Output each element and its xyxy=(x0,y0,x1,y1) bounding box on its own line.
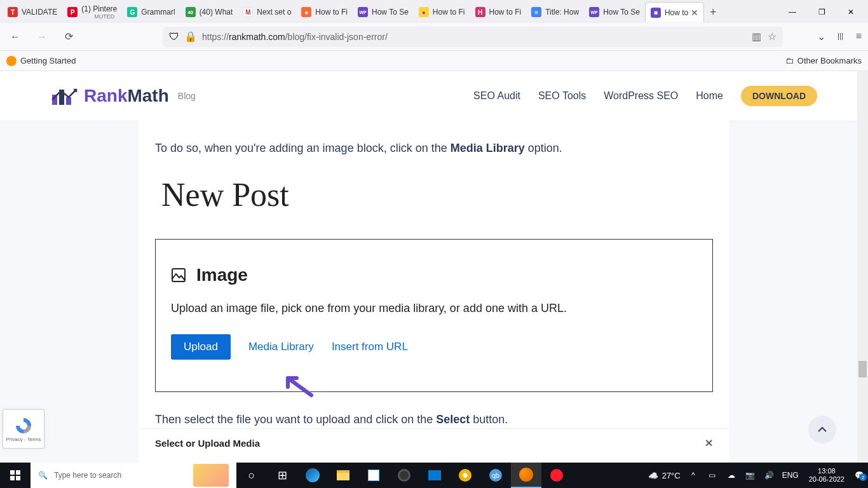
taskbar-mail[interactable] xyxy=(419,463,450,488)
pocket-icon[interactable]: ⌄ xyxy=(817,30,825,43)
tray-chevron-up-icon[interactable]: ^ xyxy=(687,471,700,480)
tray-onedrive-icon[interactable]: ☁ xyxy=(725,471,738,480)
taskbar-taskview[interactable]: ⊞ xyxy=(267,463,297,488)
back-button[interactable]: ← xyxy=(6,28,24,46)
upload-button[interactable]: Upload xyxy=(171,334,231,360)
search-highlight-icon xyxy=(193,464,229,487)
tray-notifications[interactable]: 💬2 xyxy=(855,471,864,480)
bookmarks-bar: Getting Started 🗀 Other Bookmarks xyxy=(0,51,868,71)
insert-from-url-link[interactable]: Insert from URL xyxy=(332,341,408,353)
other-bookmarks[interactable]: 🗀 Other Bookmarks xyxy=(785,56,862,65)
favicon-icon: T xyxy=(8,7,18,17)
modal-title: Select or Upload Media xyxy=(155,438,260,449)
tab-validate[interactable]: TVALIDATE xyxy=(3,2,62,22)
tray-clock[interactable]: 13:0820-06-2022 xyxy=(805,467,848,484)
favicon-icon: ● xyxy=(301,7,311,17)
windows-taskbar: 🔍 Type here to search ○ ⊞ qb ☁️27°C ^ ▭ … xyxy=(0,463,868,488)
media-library-link[interactable]: Media Library xyxy=(248,341,314,353)
tab-gmail[interactable]: MNext set o xyxy=(238,2,296,22)
tray-battery-icon[interactable]: ▭ xyxy=(706,471,719,480)
page-scrollbar[interactable] xyxy=(857,71,868,463)
tray-volume-icon[interactable]: 🔊 xyxy=(763,471,776,480)
tab-howtofix2[interactable]: ●How to Fi xyxy=(414,2,470,22)
tray-language[interactable]: ENG xyxy=(782,471,799,480)
app-menu-icon[interactable]: ≡ xyxy=(856,30,862,43)
tab-howtofix1[interactable]: ●How to Fi xyxy=(296,2,353,22)
bookmark-getting-started[interactable]: Getting Started xyxy=(6,56,76,66)
favicon-icon: ● xyxy=(419,7,429,17)
weather-widget[interactable]: ☁️27°C xyxy=(648,471,681,480)
article-content: To do so, when you're adding an image bl… xyxy=(139,121,729,463)
svg-rect-3 xyxy=(172,269,185,281)
favicon-icon: G xyxy=(127,7,137,17)
scroll-to-top-button[interactable] xyxy=(808,416,836,444)
recaptcha-text: Privacy - Terms xyxy=(6,437,41,442)
taskbar-edge[interactable] xyxy=(297,463,328,488)
paragraph-1: To do so, when you're adding an image bl… xyxy=(139,140,729,157)
tab-howtose1[interactable]: WPHow To Se xyxy=(353,2,414,22)
tab-grammarly[interactable]: GGrammarl xyxy=(122,2,180,22)
window-maximize-button[interactable]: ❐ xyxy=(807,2,836,22)
tab-docs[interactable]: ≡Title: How xyxy=(526,2,584,22)
tab-active[interactable]: ■How to✕ xyxy=(645,2,704,22)
windows-icon xyxy=(10,470,20,480)
download-button[interactable]: DOWNLOAD xyxy=(741,86,817,106)
start-button[interactable] xyxy=(0,463,31,488)
window-close-button[interactable]: ✕ xyxy=(836,2,865,22)
taskbar-opera2[interactable] xyxy=(541,463,572,488)
site-logo[interactable]: RankMath Blog xyxy=(51,86,196,106)
taskbar-cortana[interactable]: ○ xyxy=(236,463,267,488)
image-icon xyxy=(171,268,186,283)
recaptcha-icon xyxy=(14,416,33,435)
reader-mode-icon[interactable]: ▥ xyxy=(752,30,761,43)
forward-button[interactable]: → xyxy=(33,28,51,46)
menu-seo-audit[interactable]: SEO Audit xyxy=(473,90,520,102)
tab-pinterest[interactable]: P(1) PintereMUTED xyxy=(62,2,122,22)
annotation-arrow-icon xyxy=(283,373,315,398)
weather-icon: ☁️ xyxy=(648,471,658,480)
lock-icon[interactable]: 🔒 xyxy=(184,30,197,43)
search-placeholder: Type here to search xyxy=(54,471,187,480)
menu-seo-tools[interactable]: SEO Tools xyxy=(538,90,586,102)
firefox-icon xyxy=(6,56,17,66)
url-text: https://rankmath.com/blog/fix-invalid-js… xyxy=(202,32,747,42)
folder-icon: 🗀 xyxy=(785,56,794,65)
recaptcha-badge[interactable]: Privacy - Terms xyxy=(3,409,44,449)
favicon-icon: M xyxy=(243,7,253,17)
scrollbar-thumb[interactable] xyxy=(858,361,867,377)
tab-40what[interactable]: 40(40) What xyxy=(180,2,238,22)
taskbar-explorer[interactable] xyxy=(328,463,358,488)
menu-home[interactable]: Home xyxy=(696,90,723,102)
taskbar-firefox[interactable] xyxy=(511,463,541,488)
favicon-icon: WP xyxy=(589,7,599,17)
taskbar-chrome-canary[interactable] xyxy=(450,463,480,488)
new-tab-button[interactable]: + xyxy=(704,6,722,19)
taskbar-qbittorrent[interactable]: qb xyxy=(480,463,511,488)
browser-nav-bar: ← → ⟳ 🛡 🔒 https://rankmath.com/blog/fix-… xyxy=(0,23,868,51)
window-minimize-button[interactable]: — xyxy=(778,2,807,22)
svg-rect-5 xyxy=(16,470,20,475)
image-block-box: Image Upload an image file, pick one fro… xyxy=(155,239,713,392)
shield-icon[interactable]: 🛡 xyxy=(169,31,179,43)
image-block-desc: Upload an image file, pick one from your… xyxy=(171,302,697,315)
taskbar-opera1[interactable] xyxy=(389,463,419,488)
close-tab-icon[interactable]: ✕ xyxy=(691,8,698,18)
favicon-icon: P xyxy=(67,7,78,17)
tab-howtose2[interactable]: WPHow To Se xyxy=(584,2,645,22)
rankmath-logo-icon xyxy=(51,86,79,106)
modal-close-icon[interactable]: ✕ xyxy=(705,437,713,449)
paragraph-2: Then select the file you want to upload … xyxy=(139,411,729,428)
taskbar-search[interactable]: 🔍 Type here to search xyxy=(31,463,236,488)
library-icon[interactable]: ⫼ xyxy=(836,30,846,43)
address-bar[interactable]: 🛡 🔒 https://rankmath.com/blog/fix-invali… xyxy=(163,27,783,47)
svg-rect-6 xyxy=(10,476,15,480)
image-block-title: Image xyxy=(196,265,248,285)
taskbar-store[interactable] xyxy=(358,463,389,488)
tab-howtofix3[interactable]: HHow to Fi xyxy=(470,2,527,22)
reload-button[interactable]: ⟳ xyxy=(60,28,78,46)
menu-wordpress-seo[interactable]: WordPress SEO xyxy=(604,90,678,102)
bookmark-star-icon[interactable]: ☆ xyxy=(768,30,776,43)
tray-meetnow-icon[interactable]: 📷 xyxy=(744,471,757,480)
favicon-icon: H xyxy=(475,7,485,17)
search-icon: 🔍 xyxy=(38,471,48,480)
